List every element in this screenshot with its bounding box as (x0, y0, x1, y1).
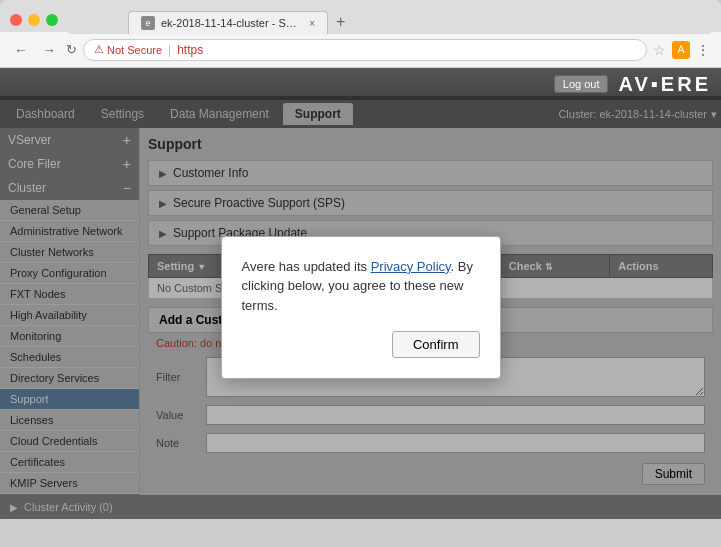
modal-footer: Confirm (242, 331, 480, 358)
minimize-button[interactable] (28, 14, 40, 26)
https-prefix: https (177, 43, 203, 57)
browser-tab[interactable]: e ek-2018-11-14-cluster - Supp… × (128, 11, 328, 34)
not-secure-label: Not Secure (107, 44, 162, 56)
traffic-lights (10, 14, 58, 26)
avere-logo: AV▪ERE (618, 73, 711, 96)
close-button[interactable] (10, 14, 22, 26)
address-bar: ← → ↻ ⚠ Not Secure | https ☆ A ⋮ (0, 32, 721, 68)
new-tab-button[interactable]: + (328, 10, 353, 34)
privacy-policy-link[interactable]: Privacy Policy (371, 259, 451, 274)
modal-text-before: Avere has updated its (242, 259, 371, 274)
modal-overlay: Avere has updated its Privacy Policy. By… (0, 96, 721, 519)
reload-button[interactable]: ↻ (66, 42, 77, 57)
browser-menu-icon[interactable]: ⋮ (696, 42, 711, 58)
tab-favicon: e (141, 16, 155, 30)
logout-button[interactable]: Log out (554, 75, 609, 93)
maximize-button[interactable] (46, 14, 58, 26)
tab-close-button[interactable]: × (309, 18, 315, 29)
privacy-policy-modal: Avere has updated its Privacy Policy. By… (221, 236, 501, 380)
extension-icon[interactable]: A (672, 41, 690, 59)
modal-text: Avere has updated its Privacy Policy. By… (242, 257, 480, 316)
extensions-area: A ⋮ (672, 41, 711, 59)
confirm-button[interactable]: Confirm (392, 331, 480, 358)
bookmark-icon[interactable]: ☆ (653, 42, 666, 58)
warning-icon: ⚠ (94, 43, 104, 56)
forward-button[interactable]: → (38, 40, 60, 60)
extension-label: A (678, 44, 685, 55)
tab-label: ek-2018-11-14-cluster - Supp… (161, 17, 299, 29)
security-badge: ⚠ Not Secure (94, 43, 162, 56)
back-button[interactable]: ← (10, 40, 32, 60)
url-field[interactable]: ⚠ Not Secure | https (83, 39, 647, 61)
